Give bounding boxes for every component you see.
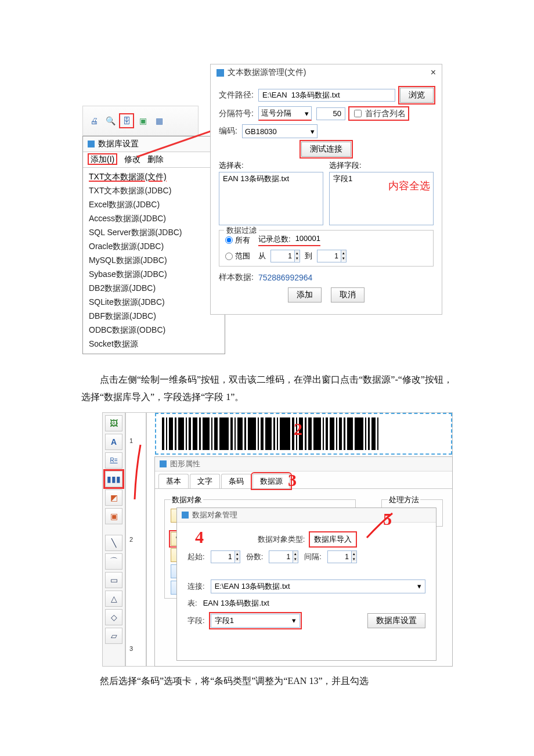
encoding-label: 编码:: [219, 126, 237, 136]
package-icon[interactable]: ▣: [138, 116, 148, 126]
menu-actions: 添加(I) 修改 删除: [83, 152, 225, 168]
app-icon: [160, 460, 167, 467]
first-row-checkbox-wrap[interactable]: 首行含列名: [350, 108, 407, 119]
zoom-icon[interactable]: 🔍: [105, 116, 116, 126]
shape-icon[interactable]: ▣: [105, 508, 122, 524]
app-icon: [217, 69, 224, 77]
image-icon[interactable]: 🖼: [105, 415, 122, 431]
path-input[interactable]: [258, 89, 395, 102]
data-filter-group: 数据过滤 所有 记录总数: 100001 范围 从 ▴▾ 到 ▴▾: [219, 230, 434, 267]
count-spinner[interactable]: ▴▾: [269, 550, 298, 563]
barcode-preview[interactable]: [155, 413, 452, 455]
field-select[interactable]: 字段1▾: [211, 614, 300, 628]
cancel-button[interactable]: 取消: [331, 287, 365, 303]
menu-modify[interactable]: 修改: [124, 154, 140, 164]
encoding-value: GB18030: [245, 127, 277, 136]
tab-bar: 基本 文字 条码 数据源: [155, 471, 452, 489]
data-object-label: 数据对象: [171, 495, 203, 505]
separator-num[interactable]: [316, 107, 345, 120]
ds-item[interactable]: Sybase数据源(JDBC): [83, 268, 225, 282]
ds-item[interactable]: Access数据源(JDBC): [83, 212, 225, 226]
menu-delete[interactable]: 删除: [147, 154, 164, 164]
radio-all[interactable]: 所有: [225, 235, 250, 246]
annotation-select-all: 内容全选: [388, 179, 430, 193]
conn-label: 连接:: [187, 581, 205, 592]
dialog-titlebar: 图形属性: [155, 457, 452, 471]
arc-icon[interactable]: ⌒: [105, 553, 122, 570]
dialog-title: 图形属性: [170, 459, 200, 469]
separator-select[interactable]: 逗号分隔▾: [258, 106, 312, 121]
start-label: 起始:: [187, 552, 205, 562]
radio-range[interactable]: 范围: [225, 251, 250, 261]
sample-value: 752886992964: [258, 273, 312, 282]
dialog-titlebar: 文本数据源管理(文件) ×: [211, 64, 442, 81]
first-row-checkbox[interactable]: [354, 110, 362, 117]
select-table-label: 选择表:: [219, 160, 323, 171]
ds-item[interactable]: SQLite数据源(JDBC): [83, 296, 225, 309]
to-label: 到: [305, 251, 312, 261]
line-icon[interactable]: ╲: [105, 535, 122, 551]
grid-icon[interactable]: ▦: [154, 116, 164, 126]
ruler-mark: 3: [129, 645, 133, 652]
menu-add[interactable]: 添加(I): [88, 153, 117, 165]
range-from-spinner[interactable]: ▴▾: [270, 250, 300, 262]
gap-spinner[interactable]: ▴▾: [327, 550, 357, 563]
ds-item[interactable]: DBF数据源(JDBC): [83, 309, 225, 323]
close-icon[interactable]: ×: [431, 67, 436, 78]
range-to-spinner[interactable]: ▴▾: [317, 250, 347, 262]
tab-text[interactable]: 文字: [190, 474, 220, 488]
ds-item[interactable]: TXT文本数据源(JDBC): [83, 184, 225, 198]
ds-item[interactable]: TXT文本数据源(文件): [83, 170, 225, 184]
ds-item[interactable]: Oracle数据源(JDBC): [83, 240, 225, 254]
screenshot-db-settings: 🖨 🔍 🗄 ▣ ▦ 数据库设置 添加(I) 修改 删除 TXT文本数据源(文件)…: [82, 64, 442, 365]
start-spinner[interactable]: ▴▾: [211, 550, 240, 563]
database-icon[interactable]: 🗄: [121, 116, 132, 126]
text-icon[interactable]: A: [105, 434, 122, 450]
qrcode-icon[interactable]: ◩: [105, 489, 122, 506]
db-settings-button[interactable]: 数据库设置: [367, 613, 425, 628]
menu-title: 数据库设置: [98, 139, 139, 149]
tab-datasource[interactable]: 数据源: [252, 474, 290, 488]
datasource-list: TXT文本数据源(文件) TXT文本数据源(JDBC) Excel数据源(JDB…: [83, 168, 225, 354]
test-connection-button[interactable]: 测试连接: [301, 142, 351, 157]
from-label: 从: [258, 251, 266, 261]
print-icon[interactable]: 🖨: [89, 116, 99, 126]
type-value[interactable]: 数据库导入: [311, 533, 355, 546]
paragraph-1: 点击左侧“绘制一维条码”按钮，双击该二维码，在弹出窗口点击“数据源”-“修改”按…: [81, 371, 453, 406]
ds-item[interactable]: Socket数据源: [83, 337, 225, 351]
gap-label: 间隔:: [304, 552, 322, 562]
ds-item[interactable]: Excel数据源(JDBC): [83, 198, 225, 212]
diamond-icon[interactable]: ◇: [105, 609, 122, 625]
tab-basic[interactable]: 基本: [158, 474, 189, 488]
ds-item[interactable]: ODBC数据源(ODBC): [83, 323, 225, 337]
menu-header: 数据库设置: [83, 136, 225, 152]
separator-label: 分隔符号:: [219, 109, 254, 119]
ds-item[interactable]: DB2数据源(JDBC): [83, 282, 225, 296]
count-label: 份数:: [246, 552, 264, 562]
type-label: 数据对象类型:: [258, 534, 305, 545]
table-listbox[interactable]: EAN 13条码数据.txt: [219, 172, 323, 225]
ds-item[interactable]: SQL Server数据源(JDBC): [83, 226, 225, 240]
richtext-icon[interactable]: R=: [105, 452, 122, 469]
trapezoid-icon[interactable]: ▱: [105, 628, 122, 644]
datasource-menu: 数据库设置 添加(I) 修改 删除 TXT文本数据源(文件) TXT文本数据源(…: [82, 136, 225, 354]
browse-button[interactable]: 浏览: [400, 88, 434, 103]
rect-icon[interactable]: ▭: [105, 572, 122, 588]
paragraph-2: 然后选择“条码”选项卡，将“条码类型”调整为“EAN 13”，并且勾选: [81, 672, 453, 690]
first-row-label: 首行含列名: [365, 109, 406, 119]
conn-select[interactable]: E:\EAN 13条码数据.txt▾: [211, 579, 425, 593]
encoding-select[interactable]: GB18030▾: [242, 124, 317, 138]
record-count-value: 100001: [295, 234, 320, 244]
add-button[interactable]: 添加: [288, 287, 322, 303]
table-item[interactable]: EAN 13条码数据.txt: [219, 172, 323, 185]
inner-title: 数据对象管理: [192, 510, 237, 520]
inner-titlebar: 数据对象管理: [177, 508, 436, 523]
triangle-icon[interactable]: △: [105, 591, 122, 607]
ds-item[interactable]: MySQL数据源(JDBC): [83, 254, 225, 268]
app-icon: [88, 141, 95, 147]
select-field-label: 选择字段:: [329, 160, 434, 171]
path-label: 文件路径:: [219, 90, 254, 100]
barcode-icon[interactable]: ▮▮▮: [105, 471, 122, 487]
tab-barcode[interactable]: 条码: [221, 474, 251, 488]
ruler-mark: 1: [129, 437, 133, 444]
